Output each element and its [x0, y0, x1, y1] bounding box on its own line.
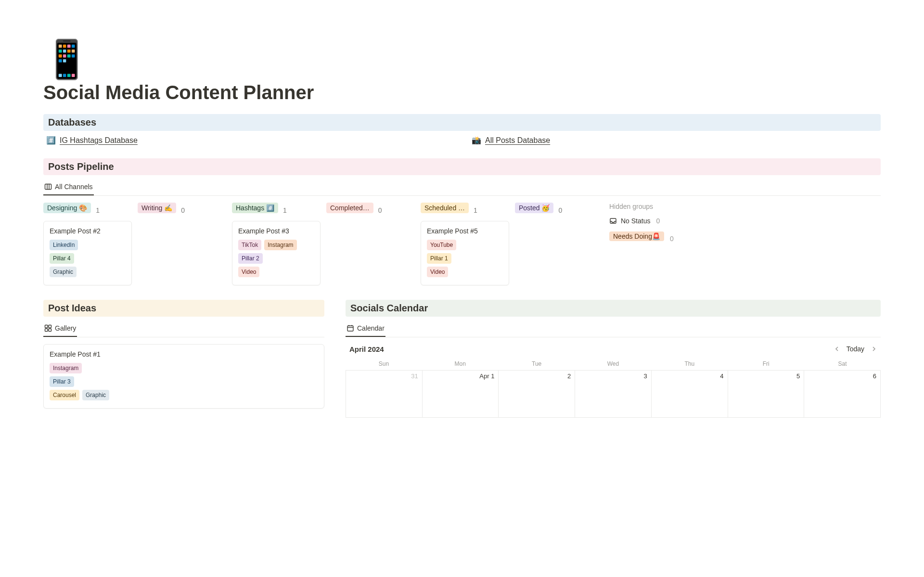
column-header[interactable]: Designing 🎨	[43, 203, 91, 213]
calendar-dow: Tue	[499, 358, 575, 370]
column-header[interactable]: Posted 🥳	[515, 203, 553, 213]
svg-rect-7	[49, 329, 51, 332]
column-header[interactable]: Completed…	[326, 203, 373, 213]
tab-all-channels[interactable]: All Channels	[43, 180, 94, 195]
calendar-day-number: 2	[567, 372, 571, 380]
column-count: 1	[474, 206, 477, 214]
databases-row: #️⃣ IG Hashtags Database 📸 All Posts Dat…	[43, 136, 881, 145]
section-pipeline-header: Posts Pipeline	[43, 158, 881, 175]
tag-row: Pillar 1	[427, 253, 503, 264]
tag: LinkedIn	[50, 240, 78, 250]
tag: Graphic	[50, 267, 77, 277]
kanban-column: Designing 🎨1Example Post #2LinkedInPilla…	[43, 203, 132, 285]
tag-row: Instagram	[50, 363, 318, 373]
calendar-day-number: 6	[873, 372, 876, 380]
hidden-group-count: 0	[670, 235, 674, 243]
column-header[interactable]: Scheduled …	[421, 203, 469, 213]
calendar-today-button[interactable]: Today	[847, 345, 864, 353]
tag: Pillar 1	[427, 253, 451, 264]
tag: Graphic	[82, 390, 109, 400]
calendar-day-number: 31	[411, 372, 418, 380]
page-icon: 📱	[43, 40, 881, 78]
calendar-icon	[346, 324, 354, 332]
tab-calendar[interactable]: Calendar	[346, 321, 385, 337]
hidden-group-pill: Needs Doing🚨	[609, 231, 664, 241]
tag: TikTok	[238, 240, 261, 250]
calendar-dow: Wed	[575, 358, 652, 370]
calendar-prev-button[interactable]	[832, 344, 842, 354]
tag: Pillar 3	[50, 376, 74, 387]
ideas-tabs: Gallery	[43, 321, 324, 337]
card-title: Example Post #5	[427, 227, 503, 235]
column-header[interactable]: Writing ✍️	[138, 203, 176, 213]
calendar-day-number: 4	[720, 372, 723, 380]
card-title: Example Post #1	[50, 350, 318, 358]
tag: Pillar 2	[238, 253, 263, 264]
tag: Carousel	[50, 390, 79, 400]
tab-gallery[interactable]: Gallery	[43, 321, 77, 337]
tag: Instagram	[50, 363, 82, 373]
tag: Instagram	[264, 240, 296, 250]
column-count: 0	[378, 206, 382, 214]
kanban-card[interactable]: Example Post #1InstagramPillar 3Carousel…	[43, 344, 324, 409]
kanban-card[interactable]: Example Post #5YouTubePillar 1Video	[421, 221, 509, 285]
calendar-dow: Sun	[346, 358, 422, 370]
calendar-cell[interactable]: Apr 1	[423, 371, 499, 418]
calendar-dow-row: SunMonTueWedThuFriSat	[346, 358, 881, 370]
db-link-label: IG Hashtags Database	[60, 136, 138, 145]
tag-row: Video	[427, 267, 503, 277]
tag-row: Video	[238, 267, 314, 277]
kanban-card[interactable]: Example Post #2LinkedInPillar 4Graphic	[43, 221, 132, 285]
svg-rect-6	[45, 329, 48, 332]
calendar-cell[interactable]: 3	[575, 371, 652, 418]
tag-row: Pillar 4	[50, 253, 126, 264]
tag-row: Graphic	[50, 267, 126, 277]
gallery-icon	[44, 324, 52, 332]
hidden-group-count: 0	[656, 217, 660, 225]
section-calendar-header: Socials Calendar	[346, 300, 881, 317]
board-icon	[44, 183, 52, 191]
calendar-day-number: 5	[796, 372, 800, 380]
kanban-column: Posted 🥳0	[515, 203, 603, 221]
column-count: 1	[96, 206, 100, 214]
post-ideas-pane: Post Ideas Gallery Example Post #1Instag…	[43, 300, 324, 418]
calendar-cell[interactable]: 4	[652, 371, 728, 418]
column-header[interactable]: Hashtags #️⃣	[232, 203, 278, 213]
calendar-grid: 31Apr 123456	[346, 370, 881, 418]
kanban-card[interactable]: Example Post #3TikTokInstagramPillar 2Vi…	[232, 221, 321, 285]
socials-calendar-pane: Socials Calendar Calendar April 2024 Tod…	[346, 300, 881, 418]
card-title: Example Post #3	[238, 227, 314, 235]
db-link-hashtags[interactable]: #️⃣ IG Hashtags Database	[46, 136, 452, 145]
tab-label: Gallery	[55, 324, 76, 332]
db-link-allposts[interactable]: 📸 All Posts Database	[472, 136, 878, 145]
tag: Video	[427, 267, 448, 277]
tag-row: YouTube	[427, 240, 503, 250]
calendar-cell[interactable]: 2	[499, 371, 575, 418]
inbox-icon	[609, 217, 617, 225]
calendar-next-button[interactable]	[869, 344, 879, 354]
calendar-day-number: 3	[644, 372, 647, 380]
calendar-cell[interactable]: 6	[804, 371, 881, 418]
camera-icon: 📸	[472, 136, 481, 145]
tag-row: TikTokInstagram	[238, 240, 314, 250]
calendar-dow: Thu	[651, 358, 728, 370]
tag-row: Pillar 3	[50, 376, 318, 387]
svg-rect-4	[45, 325, 48, 328]
hidden-group-item[interactable]: Needs Doing🚨0	[609, 231, 698, 246]
tag: Video	[238, 267, 259, 277]
svg-rect-0	[45, 184, 51, 190]
kanban-column: Scheduled …1Example Post #5YouTubePillar…	[421, 203, 509, 285]
kanban-column: Hashtags #️⃣1Example Post #3TikTokInstag…	[232, 203, 321, 285]
tab-label: All Channels	[55, 183, 93, 191]
calendar-tabs: Calendar	[346, 321, 881, 337]
hash-icon: #️⃣	[46, 136, 56, 145]
column-count: 1	[283, 206, 287, 214]
calendar-cell[interactable]: 31	[346, 371, 423, 418]
hidden-groups-column: Hidden groupsNo Status0Needs Doing🚨0	[609, 203, 698, 246]
calendar-cell[interactable]: 5	[728, 371, 805, 418]
hidden-group-item[interactable]: No Status0	[609, 217, 698, 225]
calendar-dow: Sat	[804, 358, 881, 370]
section-databases-header: Databases	[43, 114, 881, 131]
tag-row: LinkedIn	[50, 240, 126, 250]
svg-rect-8	[347, 326, 353, 331]
